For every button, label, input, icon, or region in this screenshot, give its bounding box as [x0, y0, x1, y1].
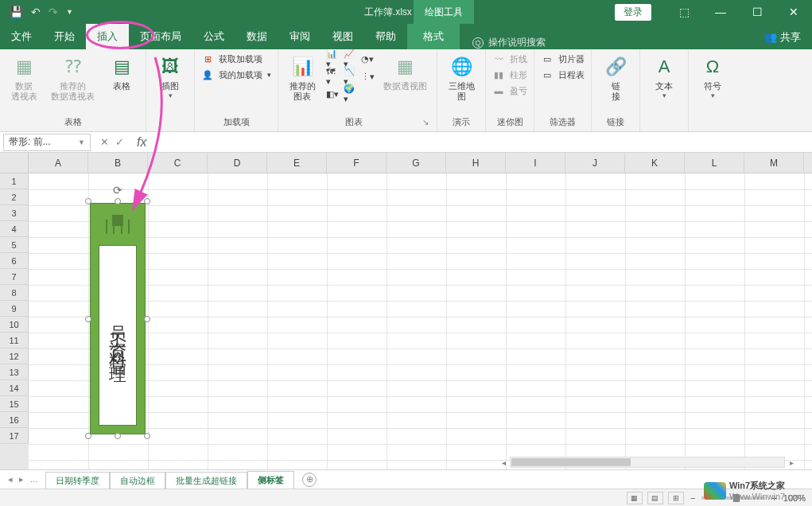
zoom-out-icon[interactable]: − [690, 493, 695, 503]
row-header[interactable]: 9 [0, 301, 29, 317]
column-header[interactable]: F [327, 153, 387, 173]
map-chart-icon[interactable]: 🌍▾ [344, 88, 356, 100]
normal-view-icon[interactable]: ▦ [627, 492, 643, 504]
column-header[interactable]: J [565, 153, 625, 173]
resize-handle[interactable] [115, 198, 121, 204]
resize-handle[interactable] [144, 316, 150, 322]
login-button[interactable]: 登录 [615, 4, 651, 21]
tab-layout[interactable]: 页面布局 [129, 24, 192, 49]
get-addins-button[interactable]: ⊞ 获取加载项 [201, 53, 271, 65]
text-button[interactable]: A 文本 ▾ [647, 53, 682, 101]
column-header[interactable]: G [387, 153, 446, 173]
resize-handle[interactable] [85, 198, 91, 204]
scroll-right-icon[interactable]: ▸ [785, 458, 798, 467]
horizontal-scrollbar[interactable]: ◂ ▸ [497, 455, 798, 469]
sparkline-winloss-button[interactable]: ▬盈亏 [492, 84, 527, 97]
row-header[interactable]: 13 [0, 364, 29, 380]
row-header[interactable]: 15 [0, 396, 29, 412]
row-header[interactable]: 4 [0, 221, 29, 237]
dialog-launcher-icon[interactable]: ↘ [422, 118, 430, 127]
combo-chart-icon[interactable]: ◧▾ [326, 88, 339, 100]
column-header[interactable]: C [148, 153, 208, 173]
resize-handle[interactable] [85, 316, 91, 322]
sheet-tab[interactable]: 自动边框 [110, 472, 165, 489]
column-header[interactable]: H [446, 153, 506, 173]
row-header[interactable]: 10 [0, 317, 29, 333]
slicer-button[interactable]: ▭切片器 [541, 53, 585, 65]
line-chart-icon[interactable]: 📈▾ [344, 53, 356, 65]
column-chart-icon[interactable]: 📊▾ [326, 53, 339, 65]
row-header[interactable]: 3 [0, 205, 29, 221]
save-icon[interactable]: 💾 [10, 6, 23, 18]
column-header[interactable]: E [267, 153, 327, 173]
row-header[interactable]: 11 [0, 333, 29, 348]
cancel-formula-icon[interactable]: ✕ [100, 136, 109, 148]
share-button[interactable]: 👥 共享 [764, 30, 801, 49]
my-addins-button[interactable]: 👤 我的加载项 ▾ [201, 68, 271, 81]
rotate-handle-icon[interactable]: ⟳ [113, 184, 122, 197]
column-header[interactable]: L [685, 153, 744, 173]
ribbon-shape[interactable]: ⟳ 员工资料管理 [88, 201, 147, 436]
cell-area[interactable]: ⟳ 员工资料管理 [29, 173, 812, 469]
hyperlink-button[interactable]: 🔗 链 接 [598, 53, 633, 103]
tab-formulas[interactable]: 公式 [192, 24, 235, 49]
select-all-corner[interactable] [0, 153, 29, 173]
column-header[interactable]: M [744, 153, 804, 173]
tab-data[interactable]: 数据 [235, 24, 278, 49]
column-header[interactable]: K [625, 153, 685, 173]
hierarchy-chart-icon[interactable]: 🗺▾ [326, 70, 339, 83]
tab-view[interactable]: 视图 [321, 24, 364, 49]
row-header[interactable]: 12 [0, 348, 29, 364]
row-header[interactable]: 1 [0, 173, 29, 189]
formula-input[interactable] [146, 134, 812, 151]
scroll-thumb[interactable] [511, 458, 631, 466]
tab-help[interactable]: 帮助 [364, 24, 407, 49]
row-header[interactable]: 5 [0, 237, 29, 253]
column-header[interactable]: B [88, 153, 148, 173]
symbol-button[interactable]: Ω 符号 ▾ [695, 53, 730, 101]
3dmap-button[interactable]: 🌐 三维地 图 [444, 53, 479, 103]
resize-handle[interactable] [144, 433, 150, 439]
recommended-charts-button[interactable]: 📊 推荐的 图表 [285, 53, 320, 103]
pagebreak-view-icon[interactable]: ⊞ [668, 492, 684, 504]
qat-dropdown-icon[interactable]: ▼ [66, 8, 73, 16]
sheet-nav-prev-icon[interactable]: ◂ [8, 474, 13, 485]
sparkline-line-button[interactable]: 〰折线 [492, 53, 527, 65]
column-header[interactable]: A [29, 153, 88, 173]
row-header[interactable]: 2 [0, 189, 29, 205]
minimize-icon[interactable]: — [702, 6, 739, 18]
sheet-tab[interactable]: 批量生成超链接 [165, 472, 247, 489]
sparkline-column-button[interactable]: ▮▮柱形 [492, 68, 527, 81]
pie-chart-icon[interactable]: ◔▾ [361, 53, 374, 65]
sheet-nav-next-icon[interactable]: ▸ [19, 474, 24, 485]
chevron-down-icon[interactable]: ▼ [78, 138, 85, 146]
sheet-nav-more[interactable]: ... [30, 474, 37, 485]
statistic-chart-icon[interactable]: 📉▾ [344, 70, 356, 83]
row-header[interactable]: 16 [0, 412, 29, 428]
resize-handle[interactable] [85, 433, 91, 439]
tab-insert[interactable]: 插入 [86, 24, 129, 49]
resize-handle[interactable] [115, 433, 121, 439]
tab-home[interactable]: 开始 [43, 24, 86, 49]
maximize-icon[interactable]: ☐ [739, 6, 775, 18]
scroll-left-icon[interactable]: ◂ [497, 458, 510, 467]
tab-review[interactable]: 审阅 [278, 24, 321, 49]
table-button[interactable]: ▤ 表格 [104, 53, 139, 93]
row-header[interactable]: 8 [0, 285, 29, 301]
column-header[interactable]: D [208, 153, 267, 173]
scroll-track[interactable] [510, 457, 785, 468]
pivotchart-button[interactable]: ▦ 数据透视图 [380, 53, 430, 93]
close-icon[interactable]: ✕ [775, 6, 812, 18]
row-header[interactable]: 17 [0, 428, 29, 444]
timeline-button[interactable]: ▭日程表 [541, 68, 585, 81]
tab-format[interactable]: 格式 [407, 24, 460, 49]
name-box[interactable]: 带形: 前... ▼ [3, 134, 91, 151]
tab-file[interactable]: 文件 [0, 24, 43, 49]
recommended-pivot-button[interactable]: ⁇ 推荐的 数据透视表 [48, 53, 98, 103]
illustrations-button[interactable]: 🖼 插图 ▾ [153, 53, 188, 101]
row-header[interactable]: 7 [0, 269, 29, 285]
redo-icon[interactable]: ↷ [49, 6, 58, 18]
row-header[interactable]: 14 [0, 380, 29, 396]
enter-formula-icon[interactable]: ✓ [115, 136, 124, 148]
column-header[interactable]: I [506, 153, 565, 173]
